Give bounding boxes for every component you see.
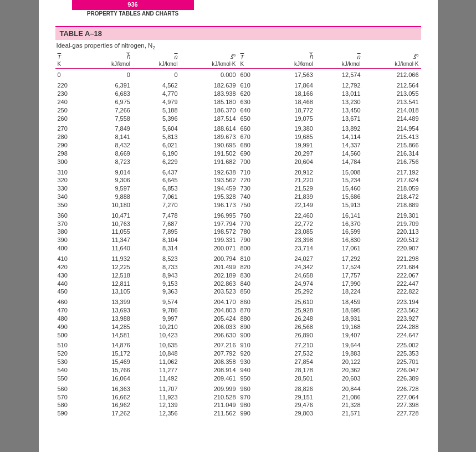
- table-cell: 530: [55, 358, 85, 366]
- table-row: 74021,83915,686218.472: [238, 193, 421, 201]
- table-title: TABLE A–18: [55, 26, 421, 40]
- table-cell: 520: [55, 350, 85, 358]
- table-cell: 250: [55, 106, 85, 115]
- table-cell: 24,342: [268, 263, 315, 271]
- table-cell: 670: [238, 133, 268, 141]
- table-cell: 630: [238, 98, 268, 106]
- table-cell: 213.055: [363, 90, 421, 98]
- table-cell: 17,262: [85, 409, 132, 418]
- col-header-s-left: s̄°: [180, 53, 238, 60]
- table-cell: 18,459: [315, 296, 363, 306]
- table-row: 80023,71417,061220.907: [238, 244, 421, 253]
- table-cell: 222.447: [363, 280, 421, 288]
- table-cell: 220.907: [363, 244, 421, 253]
- table-row: 2507,2665,188186.370: [55, 106, 238, 115]
- table-cell: 18,772: [268, 106, 315, 115]
- table-cell: 222.822: [363, 287, 421, 296]
- table-cell: 14,876: [85, 339, 132, 350]
- table-cell: 28,826: [268, 383, 315, 393]
- table-cell: 10,180: [85, 201, 132, 209]
- table-row: 54015,76611,277208.914: [55, 366, 238, 374]
- col-header-u-right: ū: [315, 53, 363, 60]
- table-row: 67019,68514,114215.413: [238, 133, 421, 141]
- table-cell: 680: [238, 141, 268, 150]
- table-cell: 22,149: [268, 201, 315, 209]
- table-cell: 740: [238, 193, 268, 201]
- table-cell: 10,471: [85, 209, 132, 220]
- table-cell: 14,581: [85, 331, 132, 340]
- table-cell: 280: [55, 133, 85, 141]
- table-cell: 191.502: [180, 150, 238, 158]
- table-cell: 27,854: [268, 358, 315, 366]
- table-cell: 11,923: [132, 393, 180, 402]
- right-table-body: 60017,56312,574212.06661017,86412,792212…: [238, 69, 421, 418]
- table-cell: 18,468: [268, 98, 315, 106]
- table-cell: 660: [238, 122, 268, 133]
- table-cell: 6,229: [132, 158, 180, 166]
- table-cell: 214.018: [363, 106, 421, 115]
- table-cell: 22,772: [268, 220, 315, 228]
- table-row: 99029,80321,571227.728: [238, 409, 421, 418]
- table-row: 69020,29714,560216.314: [238, 150, 421, 158]
- unit-s-left: kJ/kmol·K: [180, 60, 238, 69]
- table-row: 35010,1807,270196.173: [55, 201, 238, 209]
- table-cell: 5,188: [132, 106, 180, 115]
- table-cell: 21,086: [315, 393, 363, 402]
- left-table: T h̄ ū s̄° K kJ/kmol kJ/kmol kJ/kmol·K: [55, 53, 238, 418]
- table-cell: 15,469: [85, 358, 132, 366]
- table-cell: 14,784: [315, 158, 363, 166]
- table-cell: 570: [55, 393, 85, 402]
- table-row: 84024,97417,990222.447: [238, 280, 421, 288]
- table-cell: 9,997: [132, 315, 180, 323]
- table-row: 71020,91215,008217.192: [238, 166, 421, 177]
- table-cell: 650: [238, 115, 268, 123]
- table-row: 3209,3066,645193.562: [55, 176, 238, 184]
- table-row: 56016,36311,707209.999: [55, 383, 238, 393]
- table-cell: 208.358: [180, 358, 238, 366]
- table-row: 49014,28510,210206.033: [55, 323, 238, 331]
- table-row: 3309,5976,853194.459: [55, 184, 238, 193]
- table-cell: 850: [238, 287, 268, 296]
- table-cell: 218.889: [363, 201, 421, 209]
- table-cell: 218.059: [363, 184, 421, 193]
- table-cell: 186.370: [180, 106, 238, 115]
- table-cell: 780: [238, 228, 268, 236]
- table-cell: 224.647: [363, 331, 421, 340]
- table-cell: 19,168: [315, 323, 363, 331]
- table-cell: 860: [238, 296, 268, 306]
- table-cell: 196.995: [180, 209, 238, 220]
- table-cell: 203.523: [180, 287, 238, 296]
- table-cell: 10,423: [132, 331, 180, 340]
- table-cell: 226.389: [363, 374, 421, 383]
- table-cell: 580: [55, 401, 85, 409]
- table-cell: 7,849: [85, 122, 132, 133]
- table-cell: 9,153: [132, 280, 180, 288]
- table-row: 64018,77213,450214.018: [238, 106, 421, 115]
- table-cell: 185.180: [180, 98, 238, 106]
- table-cell: 19,644: [315, 339, 363, 350]
- table-cell: 640: [238, 106, 268, 115]
- table-row: 2206,3914,562182.639: [55, 79, 238, 90]
- table-cell: 227.398: [363, 401, 421, 409]
- table-cell: 920: [238, 350, 268, 358]
- unit-h-right: kJ/kmol: [268, 60, 315, 69]
- table-cell: 15,913: [315, 201, 363, 209]
- table-row: 86025,61018,459223.194: [238, 296, 421, 306]
- table-row: 46013,3999,574204.170: [55, 296, 238, 306]
- table-row: 90026,89019,407224.647: [238, 331, 421, 340]
- table-cell: 199.331: [180, 236, 238, 244]
- table-cell: 187.514: [180, 115, 238, 123]
- table-cell: 500: [55, 331, 85, 340]
- table-cell: 211.049: [180, 401, 238, 409]
- table-cell: 11,347: [85, 236, 132, 244]
- table-cell: 6,683: [85, 90, 132, 98]
- table-cell: 205.424: [180, 315, 238, 323]
- table-cell: 216.756: [363, 158, 421, 166]
- table-cell: 8,943: [132, 271, 180, 280]
- table-cell: 210.528: [180, 393, 238, 402]
- table-cell: 830: [238, 271, 268, 280]
- table-cell: 20,297: [268, 150, 315, 158]
- table-cell: 690: [238, 150, 268, 158]
- table-cell: 820: [238, 263, 268, 271]
- unit-T-right: K: [238, 60, 268, 69]
